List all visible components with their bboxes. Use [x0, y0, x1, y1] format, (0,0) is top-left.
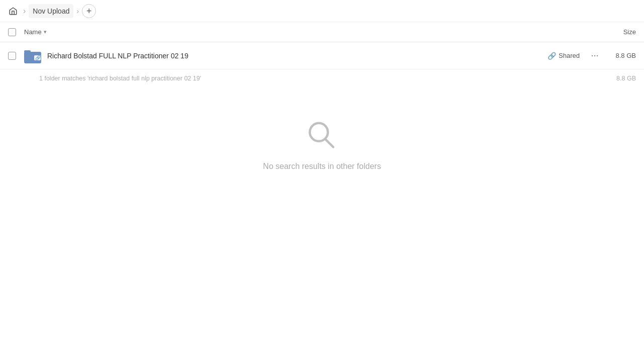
folder-icon-wrap: 🔗 [24, 47, 42, 65]
breadcrumb-bar: › Nov Upload › + [0, 0, 644, 22]
add-icon: + [86, 7, 92, 16]
size-column-label: Size [623, 28, 636, 36]
row-checkbox[interactable] [8, 52, 16, 60]
breadcrumb-folder[interactable]: Nov Upload [29, 4, 73, 18]
svg-line-5 [325, 139, 333, 147]
row-checkbox-cell [8, 52, 24, 60]
empty-state: No search results in other folders [0, 88, 644, 171]
add-button[interactable]: + [82, 4, 96, 18]
link-icon: 🔗 [548, 52, 556, 60]
select-all-checkbox[interactable] [8, 28, 16, 36]
home-icon [9, 7, 18, 16]
breadcrumb-folder-name: Nov Upload [33, 7, 69, 15]
search-icon-svg [304, 118, 340, 154]
name-column-header[interactable]: Name ▾ [24, 28, 596, 36]
name-column-label: Name [24, 28, 42, 36]
more-icon: ··· [591, 50, 598, 61]
match-info-row: 1 folder matches 'richard bolstad full n… [0, 69, 644, 88]
header-checkbox-cell [8, 28, 24, 36]
svg-text:🔗: 🔗 [35, 55, 41, 61]
size-column-header: Size [596, 28, 636, 36]
breadcrumb-chevron: › [76, 7, 79, 15]
file-size: 8.8 GB [606, 52, 636, 59]
file-row[interactable]: 🔗 Richard Bolstad FULL NLP Practitioner … [0, 42, 644, 69]
empty-state-message: No search results in other folders [263, 162, 381, 171]
more-options-button[interactable]: ··· [588, 49, 602, 63]
breadcrumb-separator-1: › [23, 7, 26, 16]
name-sort-icon: ▾ [44, 29, 47, 35]
file-name: Richard Bolstad FULL NLP Practitioner 02… [47, 52, 548, 60]
folder-icon: 🔗 [24, 48, 42, 63]
empty-search-icon [304, 118, 340, 154]
shared-text: Shared [559, 52, 580, 59]
match-info-size: 8.8 GB [606, 75, 636, 82]
column-header-row: Name ▾ Size [0, 22, 644, 42]
home-button[interactable] [6, 4, 20, 18]
match-info-text: 1 folder matches 'richard bolstad full n… [39, 75, 606, 82]
file-shared-label: 🔗 Shared [548, 52, 580, 60]
